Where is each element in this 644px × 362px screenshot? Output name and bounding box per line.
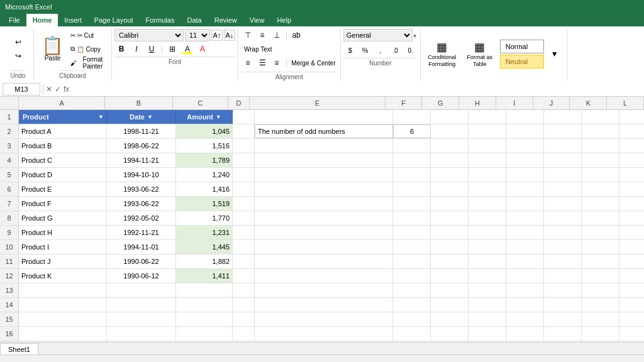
cell-h5[interactable] xyxy=(469,168,506,182)
cell-k1[interactable] xyxy=(582,110,619,124)
cell-j8[interactable] xyxy=(544,211,582,225)
cell-l1[interactable] xyxy=(619,110,644,124)
cell-i9[interactable] xyxy=(506,226,544,239)
cell-f11[interactable] xyxy=(393,255,431,268)
name-box[interactable] xyxy=(3,83,40,96)
col-header-h[interactable]: H xyxy=(459,97,496,109)
cut-button[interactable]: ✂ ✂ Cut xyxy=(70,29,108,41)
cell-l7[interactable] xyxy=(619,197,644,211)
cell-k7[interactable] xyxy=(582,197,619,211)
align-left-button[interactable]: ≡ xyxy=(241,57,255,69)
redo-button[interactable]: ↪ xyxy=(11,50,25,62)
currency-button[interactable]: $ xyxy=(343,44,357,57)
cell-c4[interactable]: 1,789 xyxy=(176,153,233,167)
cell-j5[interactable] xyxy=(544,168,582,182)
col-header-e[interactable]: E xyxy=(250,97,385,109)
cell-b11[interactable]: 1990-06-22 xyxy=(107,255,176,268)
cell-g5[interactable] xyxy=(431,168,469,182)
col-header-i[interactable]: I xyxy=(496,97,533,109)
cell-f2[interactable]: 6 xyxy=(393,124,431,138)
align-middle-button[interactable]: ≡ xyxy=(255,29,269,41)
cell-d3[interactable] xyxy=(233,139,255,153)
cell-e1[interactable] xyxy=(255,110,393,124)
cell-d2[interactable] xyxy=(233,124,255,138)
cell-f6[interactable] xyxy=(393,182,431,196)
tab-view[interactable]: View xyxy=(243,14,271,26)
cell-b9[interactable]: 1992-11-21 xyxy=(107,226,176,239)
tab-file[interactable]: File xyxy=(3,14,26,26)
cell-e4[interactable] xyxy=(255,153,393,167)
cell-a7[interactable]: Product F xyxy=(19,197,107,211)
cell-e8[interactable] xyxy=(255,211,393,225)
cell-c7[interactable]: 1,519 xyxy=(176,197,233,211)
cell-i5[interactable] xyxy=(506,168,544,182)
increase-decimal-button[interactable]: .0 xyxy=(389,44,402,57)
cell-k12[interactable] xyxy=(582,269,619,283)
bold-button[interactable]: B xyxy=(114,43,128,55)
tab-page-layout[interactable]: Page Layout xyxy=(88,14,140,26)
cell-k3[interactable] xyxy=(582,139,619,153)
cell-i4[interactable] xyxy=(506,153,544,167)
cell-h3[interactable] xyxy=(469,139,506,153)
cell-b10[interactable]: 1994-11-01 xyxy=(107,240,176,254)
cell-k9[interactable] xyxy=(582,226,619,239)
tab-data[interactable]: Data xyxy=(180,14,208,26)
cell-l8[interactable] xyxy=(619,211,644,225)
col-header-j[interactable]: J xyxy=(533,97,570,109)
col-header-g[interactable]: G xyxy=(422,97,459,109)
italic-button[interactable]: I xyxy=(130,43,143,55)
borders-button[interactable]: ⊞ xyxy=(165,43,179,55)
underline-button[interactable]: U xyxy=(145,43,158,55)
cell-l3[interactable] xyxy=(619,139,644,153)
cell-f3[interactable] xyxy=(393,139,431,153)
cell-f9[interactable] xyxy=(393,226,431,239)
formula-input[interactable] xyxy=(72,85,641,94)
cell-a11[interactable]: Product J xyxy=(19,255,107,268)
percent-button[interactable]: % xyxy=(358,44,372,57)
cell-h8[interactable] xyxy=(469,211,506,225)
cell-k10[interactable] xyxy=(582,240,619,254)
cell-d7[interactable] xyxy=(233,197,255,211)
cell-b12[interactable]: 1990-06-12 xyxy=(107,269,176,283)
cell-c6[interactable]: 1,416 xyxy=(176,182,233,196)
cell-b7[interactable]: 1993-06-22 xyxy=(107,197,176,211)
cell-j4[interactable] xyxy=(544,153,582,167)
cell-h12[interactable] xyxy=(469,269,506,283)
number-format-select[interactable]: General xyxy=(343,29,413,41)
cell-j3[interactable] xyxy=(544,139,582,153)
cell-g12[interactable] xyxy=(431,269,469,283)
cell-a9[interactable]: Product H xyxy=(19,226,107,239)
cell-e9[interactable] xyxy=(255,226,393,239)
cell-l4[interactable] xyxy=(619,153,644,167)
cell-i8[interactable] xyxy=(506,211,544,225)
cell-i11[interactable] xyxy=(506,255,544,268)
cell-e7[interactable] xyxy=(255,197,393,211)
cell-k2[interactable] xyxy=(582,124,619,138)
cell-a2[interactable]: Product A xyxy=(19,124,107,138)
confirm-formula-icon[interactable]: ✓ xyxy=(55,85,61,94)
cell-c2[interactable]: 1,045 xyxy=(176,124,233,138)
cell-b6[interactable]: 1993-06-22 xyxy=(107,182,176,196)
cell-h1[interactable] xyxy=(469,110,506,124)
cell-h7[interactable] xyxy=(469,197,506,211)
cell-j6[interactable] xyxy=(544,182,582,196)
cell-l10[interactable] xyxy=(619,240,644,254)
cell-d11[interactable] xyxy=(233,255,255,268)
col-header-l[interactable]: L xyxy=(607,97,644,109)
cell-i3[interactable] xyxy=(506,139,544,153)
cell-h10[interactable] xyxy=(469,240,506,254)
cell-c9[interactable]: 1,231 xyxy=(176,226,233,239)
cell-f5[interactable] xyxy=(393,168,431,182)
cell-c11[interactable]: 1,882 xyxy=(176,255,233,268)
cell-e6[interactable] xyxy=(255,182,393,196)
cell-c5[interactable]: 1,240 xyxy=(176,168,233,182)
cell-h11[interactable] xyxy=(469,255,506,268)
cell-a4[interactable]: Product C xyxy=(19,153,107,167)
cell-k5[interactable] xyxy=(582,168,619,182)
decrease-decimal-button[interactable]: 0. xyxy=(404,44,418,57)
col-header-c[interactable]: C xyxy=(173,97,228,109)
cell-g6[interactable] xyxy=(431,182,469,196)
cancel-formula-icon[interactable]: ✕ xyxy=(46,85,52,94)
cell-j10[interactable] xyxy=(544,240,582,254)
comma-button[interactable]: , xyxy=(374,44,387,57)
